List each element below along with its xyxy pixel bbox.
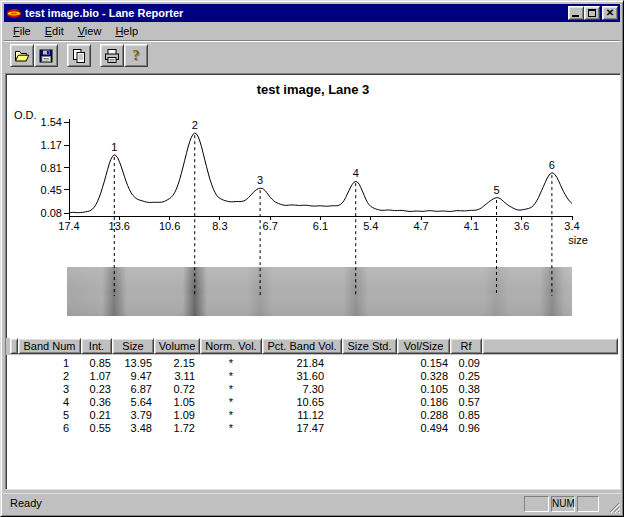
- column-header-volume[interactable]: Volume: [154, 338, 200, 354]
- table-cell: 1.07: [81, 370, 112, 383]
- table-cell: 0.186: [397, 396, 450, 409]
- title-bar[interactable]: test image.bio - Lane Reporter ✕: [4, 4, 620, 22]
- print-button[interactable]: [100, 44, 124, 67]
- table-cell: 7.30: [262, 383, 342, 396]
- table-cell: *: [200, 409, 262, 422]
- menu-help[interactable]: Help: [108, 23, 145, 39]
- table-row[interactable]: 30.236.870.72*7.300.1050.38: [6, 383, 618, 396]
- minimize-button[interactable]: [568, 6, 584, 20]
- column-header-spacer[interactable]: [10, 338, 18, 354]
- menu-edit[interactable]: Edit: [38, 23, 71, 39]
- column-header-vol-size[interactable]: Vol/Size: [397, 338, 450, 354]
- column-header-pct-band-vol[interactable]: Pct. Band Vol.: [262, 338, 342, 354]
- table-cell: 1.09: [154, 409, 200, 422]
- close-button[interactable]: ✕: [602, 6, 618, 20]
- open-icon: [14, 48, 30, 64]
- svg-text:size: size: [568, 234, 588, 246]
- svg-text:4.1: 4.1: [464, 220, 479, 232]
- table-cell: 9.47: [112, 370, 154, 383]
- menu-file[interactable]: File: [6, 23, 38, 39]
- help-icon: ?: [133, 48, 140, 64]
- table-cell: [342, 383, 397, 396]
- column-header-rf[interactable]: Rf: [450, 338, 482, 354]
- table-cell: 1.05: [154, 396, 200, 409]
- svg-text:5.4: 5.4: [363, 220, 378, 232]
- app-icon: [6, 7, 22, 20]
- table-cell: 5.64: [112, 396, 154, 409]
- table-cell: 0.38: [450, 383, 482, 396]
- table-cell: 0.21: [81, 409, 112, 422]
- save-icon: [38, 48, 54, 64]
- table-row[interactable]: 50.213.791.09*11.120.2880.85: [6, 409, 618, 422]
- column-header-int[interactable]: Int.: [81, 338, 112, 354]
- table-cell: [342, 422, 397, 435]
- column-header-band-num[interactable]: Band Num: [18, 338, 81, 354]
- table-row[interactable]: 60.553.481.72*17.470.4940.96: [6, 422, 618, 435]
- table-cell: *: [200, 422, 262, 435]
- table-cell: 0.72: [154, 383, 200, 396]
- svg-text:1.17: 1.17: [41, 139, 62, 151]
- svg-text:3.4: 3.4: [564, 220, 579, 232]
- table-cell: 2: [18, 370, 81, 383]
- svg-text:8.3: 8.3: [212, 220, 227, 232]
- menu-bar: File Edit View Help: [4, 22, 620, 41]
- open-button[interactable]: [10, 44, 34, 67]
- table-row[interactable]: 10.8513.952.15*21.840.1540.09: [6, 357, 618, 370]
- svg-text:5: 5: [493, 184, 499, 196]
- save-button[interactable]: [34, 44, 58, 67]
- densitometry-chart: 0.080.450.811.171.54O.D.17.413.610.68.36…: [6, 74, 620, 334]
- table-cell: 3.79: [112, 409, 154, 422]
- print-icon: [104, 48, 120, 64]
- svg-text:3.6: 3.6: [514, 220, 529, 232]
- table-cell: 1: [18, 357, 81, 370]
- table-cell: 0.154: [397, 357, 450, 370]
- table-cell: *: [200, 383, 262, 396]
- column-header-norm-vol[interactable]: Norm. Vol.: [200, 338, 262, 354]
- table-cell: 3: [18, 383, 81, 396]
- table-row[interactable]: 40.365.641.05*10.650.1860.57: [6, 396, 618, 409]
- resize-grip[interactable]: [607, 500, 620, 513]
- copy-icon: [71, 48, 87, 64]
- status-panel-1: [524, 496, 549, 512]
- help-button[interactable]: ?: [124, 44, 148, 67]
- svg-text:0.45: 0.45: [41, 184, 62, 196]
- status-message: Ready: [10, 497, 42, 509]
- svg-text:1.54: 1.54: [41, 116, 62, 128]
- table-cell: 0.494: [397, 422, 450, 435]
- toolbar: ?: [4, 41, 620, 70]
- table-cell: 3.11: [154, 370, 200, 383]
- menu-view[interactable]: View: [71, 23, 109, 39]
- svg-text:0.81: 0.81: [41, 162, 62, 174]
- table-cell: 0.23: [81, 383, 112, 396]
- column-header-size[interactable]: Size: [112, 338, 154, 354]
- svg-text:4: 4: [353, 167, 359, 179]
- table-cell: *: [200, 370, 262, 383]
- table-cell: [342, 357, 397, 370]
- table-cell: 2.15: [154, 357, 200, 370]
- column-header-size-std[interactable]: Size Std.: [342, 338, 397, 354]
- svg-text:6.1: 6.1: [313, 220, 328, 232]
- table-cell: 0.25: [450, 370, 482, 383]
- table-body: 10.8513.952.15*21.840.1540.0921.079.473.…: [6, 357, 618, 435]
- table-cell: [342, 396, 397, 409]
- svg-text:6: 6: [549, 159, 555, 171]
- minimize-icon: [572, 15, 579, 17]
- svg-text:10.6: 10.6: [159, 220, 180, 232]
- column-header-filler: [482, 338, 618, 354]
- status-panel-2: [577, 496, 599, 512]
- table-cell: 6.87: [112, 383, 154, 396]
- table-cell: 0.36: [81, 396, 112, 409]
- copy-button[interactable]: [67, 44, 91, 67]
- table-cell: 0.85: [81, 357, 112, 370]
- svg-text:3: 3: [257, 174, 263, 186]
- table-cell: 0.105: [397, 383, 450, 396]
- table-cell: 0.96: [450, 422, 482, 435]
- table-cell: 0.85: [450, 409, 482, 422]
- status-panel-num: NUM: [551, 496, 575, 512]
- window-title: test image.bio - Lane Reporter: [25, 7, 565, 19]
- table-cell: [342, 370, 397, 383]
- table-cell: 0.288: [397, 409, 450, 422]
- table-row[interactable]: 21.079.473.11*31.600.3280.25: [6, 370, 618, 383]
- table-cell: *: [200, 357, 262, 370]
- maximize-button[interactable]: [584, 6, 600, 20]
